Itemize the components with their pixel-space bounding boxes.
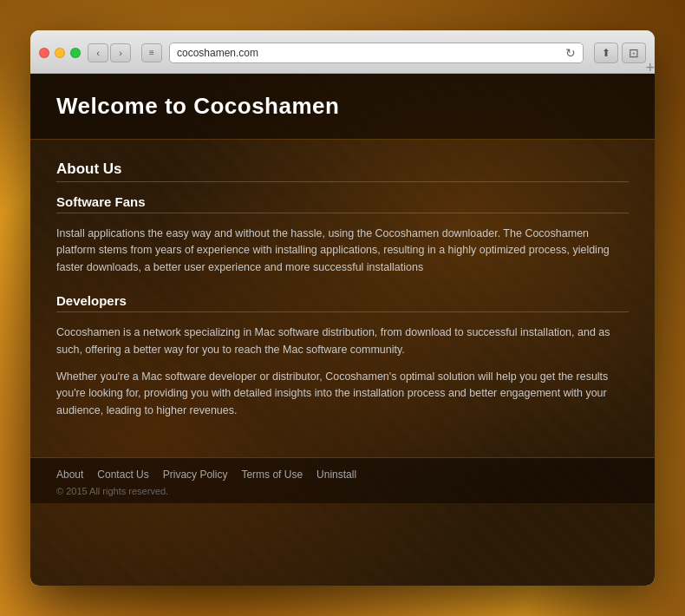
browser-window: ‹ › ≡ cocoshamen.com ↻ ⬆ ⊡ Welcome to Co… bbox=[30, 30, 655, 586]
reader-button[interactable]: ≡ bbox=[141, 43, 162, 62]
address-text: cocoshamen.com bbox=[177, 47, 560, 59]
tab-button[interactable]: ⊡ bbox=[622, 43, 646, 63]
about-us-divider bbox=[56, 181, 629, 182]
developers-heading: Developers bbox=[56, 293, 629, 308]
back-button[interactable]: ‹ bbox=[88, 43, 108, 62]
toolbar-right: ⬆ ⊡ bbox=[594, 43, 646, 63]
site-footer: About Contact Us Privacy Policy Terms of… bbox=[30, 457, 655, 503]
footer-link-terms[interactable]: Terms of Use bbox=[241, 469, 303, 481]
forward-button[interactable]: › bbox=[110, 43, 131, 62]
share-button[interactable]: ⬆ bbox=[594, 43, 618, 63]
page-inner: Welcome to Cocoshamen About Us Software … bbox=[30, 74, 655, 503]
nav-buttons: ‹ › bbox=[88, 43, 131, 62]
page-title: Welcome to Cocoshamen bbox=[56, 93, 629, 120]
software-fans-divider bbox=[56, 213, 629, 213]
browser-chrome: ‹ › ≡ cocoshamen.com ↻ ⬆ ⊡ bbox=[30, 30, 655, 74]
site-header: Welcome to Cocoshamen bbox=[30, 74, 655, 140]
footer-copyright: © 2015 All rights reserved. bbox=[56, 486, 629, 496]
software-fans-block: Software Fans Install applications the e… bbox=[56, 194, 629, 276]
reload-icon[interactable]: ↻ bbox=[565, 46, 576, 60]
footer-link-uninstall[interactable]: Uninstall bbox=[316, 469, 356, 481]
desktop: ‹ › ≡ cocoshamen.com ↻ ⬆ ⊡ Welcome to Co… bbox=[0, 0, 685, 616]
main-content: About Us Software Fans Install applicati… bbox=[30, 140, 655, 457]
footer-link-privacy[interactable]: Privacy Policy bbox=[163, 469, 228, 481]
about-us-section: About Us Software Fans Install applicati… bbox=[56, 161, 629, 419]
about-us-heading: About Us bbox=[56, 161, 629, 178]
developers-block: Developers Cocoshamen is a network speci… bbox=[56, 293, 629, 419]
developers-body-1: Cocoshamen is a network specializing in … bbox=[56, 324, 629, 358]
developers-body-2: Whether you're a Mac software developer … bbox=[56, 369, 629, 419]
footer-link-about[interactable]: About bbox=[56, 469, 83, 481]
address-bar[interactable]: cocoshamen.com ↻ bbox=[169, 43, 584, 63]
footer-links: About Contact Us Privacy Policy Terms of… bbox=[56, 469, 629, 481]
footer-link-contact[interactable]: Contact Us bbox=[97, 469, 148, 481]
developers-divider bbox=[56, 311, 629, 312]
software-fans-body: Install applications the easy way and wi… bbox=[56, 226, 629, 276]
close-button[interactable] bbox=[39, 48, 49, 58]
maximize-button[interactable] bbox=[70, 48, 81, 58]
minimize-button[interactable] bbox=[55, 48, 65, 58]
software-fans-heading: Software Fans bbox=[56, 194, 629, 209]
page-content: Welcome to Cocoshamen About Us Software … bbox=[30, 74, 655, 586]
traffic-lights bbox=[39, 48, 81, 58]
